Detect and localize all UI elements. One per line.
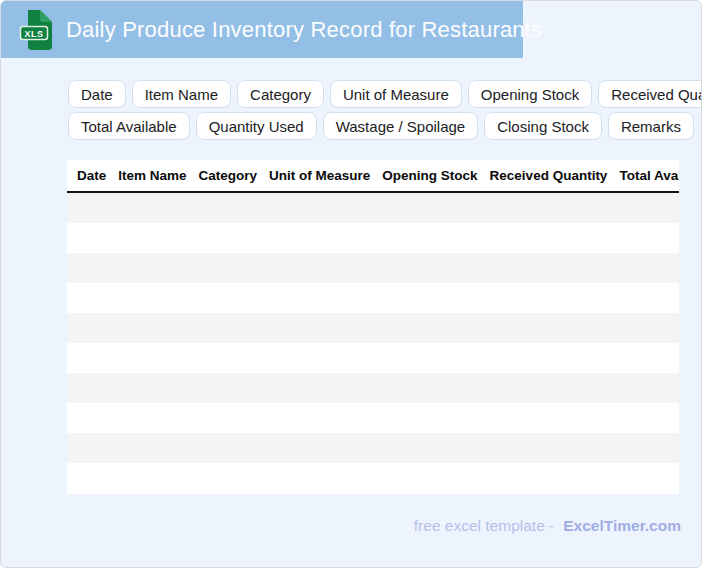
- table-row: [67, 433, 679, 463]
- page-title: Daily Produce Inventory Record for Resta…: [66, 17, 542, 43]
- column-tag[interactable]: Quantity Used: [196, 112, 317, 140]
- column-header: Date: [77, 168, 106, 183]
- xls-file-icon: XLS: [19, 9, 53, 51]
- footer-credit: free excel template - ExcelTimer.com: [414, 517, 681, 535]
- column-tag[interactable]: Remarks: [608, 112, 694, 140]
- column-tag-list: DateItem NameCategoryUnit of MeasureOpen…: [68, 80, 702, 144]
- column-header: Opening Stock: [382, 168, 477, 183]
- column-header: Total Available: [619, 168, 679, 183]
- column-header: Item Name: [118, 168, 186, 183]
- column-header: Category: [199, 168, 258, 183]
- header-banner: XLS Daily Produce Inventory Record for R…: [1, 1, 523, 58]
- table-row: [67, 403, 679, 433]
- column-tag-row-2: Total AvailableQuantity UsedWastage / Sp…: [68, 112, 702, 140]
- footer-text: free excel template -: [414, 517, 554, 535]
- column-header: Unit of Measure: [269, 168, 370, 183]
- column-tag[interactable]: Item Name: [132, 80, 231, 108]
- table-row: [67, 193, 679, 223]
- column-tag[interactable]: Date: [68, 80, 126, 108]
- table-row: [67, 223, 679, 253]
- column-header: Received Quantity: [490, 168, 608, 183]
- column-tag[interactable]: Opening Stock: [468, 80, 592, 108]
- table-row: [67, 313, 679, 343]
- table-row: [67, 373, 679, 403]
- column-tag-row-1: DateItem NameCategoryUnit of MeasureOpen…: [68, 80, 702, 108]
- inventory-table: DateItem NameCategoryUnit of MeasureOpen…: [67, 160, 679, 494]
- table-header-row: DateItem NameCategoryUnit of MeasureOpen…: [67, 160, 679, 193]
- table-body: [67, 193, 679, 493]
- column-tag[interactable]: Unit of Measure: [330, 80, 462, 108]
- column-tag[interactable]: Category: [237, 80, 324, 108]
- column-tag[interactable]: Closing Stock: [484, 112, 602, 140]
- table-row: [67, 253, 679, 283]
- brand-link[interactable]: ExcelTimer.com: [563, 517, 681, 535]
- column-tag[interactable]: Total Available: [68, 112, 190, 140]
- table-row: [67, 283, 679, 313]
- column-tag[interactable]: Received Quantity: [598, 80, 702, 108]
- xls-badge-label: XLS: [24, 28, 43, 38]
- template-preview-page: XLS Daily Produce Inventory Record for R…: [0, 0, 702, 568]
- table-row: [67, 463, 679, 493]
- table-row: [67, 343, 679, 373]
- column-tag[interactable]: Wastage / Spoilage: [323, 112, 479, 140]
